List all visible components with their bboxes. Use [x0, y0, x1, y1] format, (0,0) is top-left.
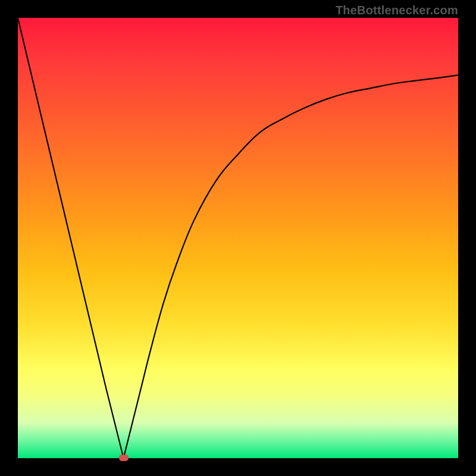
chart-frame: TheBottlenecker.com — [0, 0, 476, 476]
bottleneck-curve — [18, 18, 458, 458]
optimal-point-marker — [119, 455, 129, 461]
attribution-label: TheBottlenecker.com — [336, 4, 458, 17]
plot-area — [18, 18, 458, 458]
